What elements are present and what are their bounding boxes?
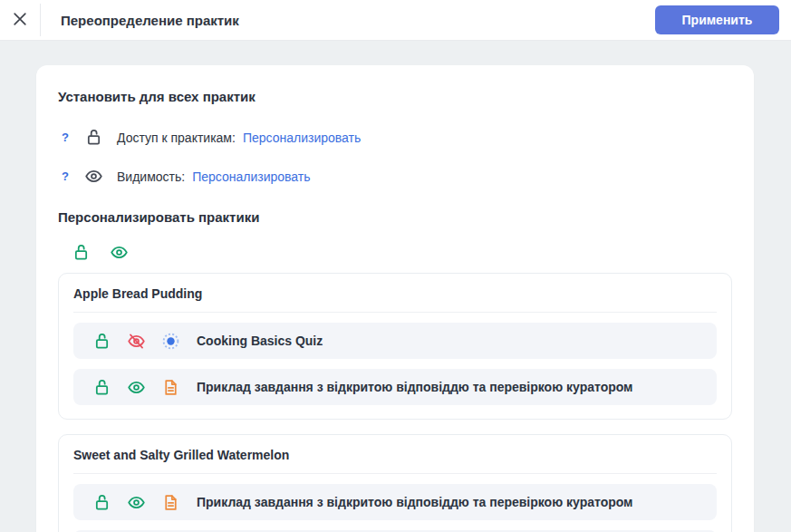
- content-panel: Установить для всех практик ? Доступ к п…: [36, 65, 754, 532]
- personalize-link[interactable]: Персонализировать: [243, 131, 361, 145]
- lock-open-green-icon[interactable]: [92, 332, 111, 351]
- close-button[interactable]: [0, 0, 40, 40]
- personalize-heading: Персонализировать практики: [58, 209, 732, 225]
- card-divider: [73, 312, 717, 313]
- eye-dark-icon[interactable]: [84, 167, 103, 186]
- setting-label: Видимость:: [117, 169, 185, 184]
- eye-green-icon[interactable]: [110, 243, 129, 262]
- apply-button[interactable]: Применить: [655, 5, 779, 34]
- activity-label: Приклад завдання з відкритою відповіддю …: [197, 495, 632, 509]
- activity-label: Cooking Basics Quiz: [197, 334, 323, 348]
- lock-open-green-icon[interactable]: [72, 243, 91, 262]
- bulk-action-bar: [58, 243, 732, 262]
- set-all-heading: Установить для всех практик: [58, 89, 732, 104]
- practice-card: Sweet and Salty Grilled Watermelon Прикл…: [58, 434, 732, 532]
- task-doc-icon: [161, 378, 180, 397]
- eye-green-icon[interactable]: [127, 493, 146, 512]
- practice-title: Apple Bread Pudding: [73, 286, 717, 301]
- lock-open-green-icon[interactable]: [92, 378, 111, 397]
- lock-open-green-icon[interactable]: [92, 493, 111, 512]
- header-divider: [40, 4, 41, 36]
- task-doc-icon: [161, 493, 180, 512]
- card-divider: [73, 473, 717, 474]
- eye-green-icon[interactable]: [127, 378, 146, 397]
- modal-body: Установить для всех практик ? Доступ к п…: [0, 41, 791, 532]
- modal-header: Переопределение практик Применить: [0, 0, 791, 41]
- help-icon[interactable]: ?: [62, 169, 72, 183]
- page-title: Переопределение практик: [61, 13, 239, 28]
- practice-cards: Apple Bread Pudding Cooking Basics Quiz …: [58, 273, 732, 532]
- practice-card: Apple Bread Pudding Cooking Basics Quiz …: [58, 273, 732, 420]
- eye-off-red-icon[interactable]: [127, 332, 146, 351]
- lock-open-dark-icon[interactable]: [84, 128, 103, 147]
- quiz-radio-icon: [161, 332, 180, 351]
- help-icon[interactable]: ?: [62, 131, 72, 144]
- practice-title: Sweet and Salty Grilled Watermelon: [73, 448, 717, 462]
- close-icon: [11, 10, 29, 31]
- setting-label: Доступ к практикам:: [117, 131, 236, 145]
- global-setting-row: ? Доступ к практикам: Персонализировать: [58, 128, 732, 147]
- global-setting-row: ? Видимость: Персонализировать: [58, 167, 732, 186]
- global-settings: ? Доступ к практикам: Персонализировать …: [58, 128, 732, 186]
- activity-row: Приклад завдання з відкритою відповіддю …: [73, 484, 717, 520]
- activity-label: Приклад завдання з відкритою відповіддю …: [197, 380, 632, 394]
- activity-row: Приклад завдання з відкритою відповіддю …: [73, 369, 717, 405]
- activity-row: Cooking Basics Quiz: [73, 323, 717, 359]
- personalize-link[interactable]: Персонализировать: [192, 169, 310, 184]
